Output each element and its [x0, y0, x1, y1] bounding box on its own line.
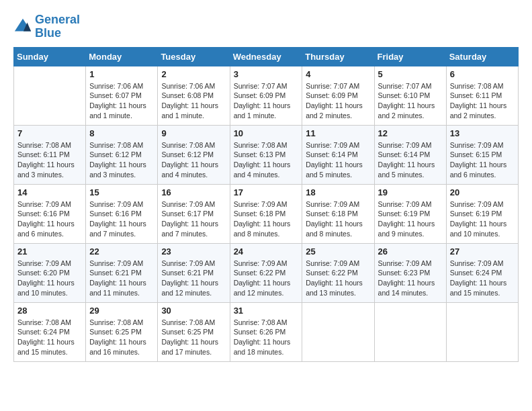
day-info: Sunrise: 7:09 AM Sunset: 6:18 PM Dayligh…	[306, 199, 370, 239]
logo-text: General Blue	[35, 13, 80, 40]
day-number: 2	[161, 69, 226, 79]
calendar-cell: 25Sunrise: 7:09 AM Sunset: 6:22 PM Dayli…	[302, 243, 374, 302]
calendar-cell: 8Sunrise: 7:08 AM Sunset: 6:12 PM Daylig…	[86, 125, 158, 184]
day-number: 5	[378, 69, 443, 79]
calendar-cell: 15Sunrise: 7:09 AM Sunset: 6:16 PM Dayli…	[86, 184, 158, 243]
calendar-cell: 27Sunrise: 7:09 AM Sunset: 6:24 PM Dayli…	[446, 243, 518, 302]
calendar-header-row: SundayMondayTuesdayWednesdayThursdayFrid…	[14, 47, 519, 66]
calendar-cell	[14, 66, 86, 125]
day-info: Sunrise: 7:09 AM Sunset: 6:21 PM Dayligh…	[161, 259, 226, 298]
day-info: Sunrise: 7:06 AM Sunset: 6:07 PM Dayligh…	[89, 81, 154, 121]
day-number: 15	[89, 187, 154, 197]
day-number: 12	[378, 128, 443, 138]
calendar-cell: 30Sunrise: 7:08 AM Sunset: 6:25 PM Dayli…	[158, 302, 230, 361]
day-info: Sunrise: 7:09 AM Sunset: 6:17 PM Dayligh…	[161, 199, 226, 239]
calendar-cell: 31Sunrise: 7:08 AM Sunset: 6:26 PM Dayli…	[230, 302, 302, 361]
calendar-cell: 2Sunrise: 7:06 AM Sunset: 6:08 PM Daylig…	[158, 66, 230, 125]
day-number: 21	[17, 246, 82, 257]
day-number: 8	[89, 128, 154, 138]
weekday-header: Thursday	[302, 47, 374, 66]
day-info: Sunrise: 7:06 AM Sunset: 6:08 PM Dayligh…	[161, 81, 226, 121]
day-info: Sunrise: 7:09 AM Sunset: 6:20 PM Dayligh…	[17, 259, 82, 298]
day-info: Sunrise: 7:08 AM Sunset: 6:11 PM Dayligh…	[450, 81, 515, 121]
calendar-cell: 23Sunrise: 7:09 AM Sunset: 6:21 PM Dayli…	[158, 243, 230, 302]
calendar-cell: 21Sunrise: 7:09 AM Sunset: 6:20 PM Dayli…	[14, 243, 86, 302]
day-info: Sunrise: 7:09 AM Sunset: 6:24 PM Dayligh…	[450, 259, 515, 298]
calendar-cell: 26Sunrise: 7:09 AM Sunset: 6:23 PM Dayli…	[374, 243, 446, 302]
logo-icon	[13, 17, 32, 36]
calendar-cell: 14Sunrise: 7:09 AM Sunset: 6:16 PM Dayli…	[14, 184, 86, 243]
calendar-cell: 5Sunrise: 7:07 AM Sunset: 6:10 PM Daylig…	[374, 66, 446, 125]
calendar-cell: 10Sunrise: 7:08 AM Sunset: 6:13 PM Dayli…	[230, 125, 302, 184]
day-number: 31	[234, 306, 299, 316]
day-number: 3	[234, 69, 299, 79]
day-info: Sunrise: 7:09 AM Sunset: 6:16 PM Dayligh…	[17, 199, 82, 239]
day-info: Sunrise: 7:07 AM Sunset: 6:09 PM Dayligh…	[234, 81, 299, 121]
calendar-week-row: 21Sunrise: 7:09 AM Sunset: 6:20 PM Dayli…	[14, 243, 519, 302]
weekday-header: Monday	[86, 47, 158, 66]
day-number: 10	[234, 128, 299, 138]
day-number: 27	[450, 246, 515, 257]
weekday-header: Friday	[374, 47, 446, 66]
day-number: 28	[17, 306, 82, 316]
day-info: Sunrise: 7:08 AM Sunset: 6:11 PM Dayligh…	[17, 140, 82, 180]
calendar-cell: 1Sunrise: 7:06 AM Sunset: 6:07 PM Daylig…	[86, 66, 158, 125]
page-header: General Blue	[13, 13, 519, 40]
day-info: Sunrise: 7:08 AM Sunset: 6:25 PM Dayligh…	[161, 318, 226, 357]
day-number: 16	[161, 187, 226, 197]
day-info: Sunrise: 7:09 AM Sunset: 6:19 PM Dayligh…	[378, 199, 443, 239]
day-info: Sunrise: 7:09 AM Sunset: 6:19 PM Dayligh…	[450, 199, 515, 239]
weekday-header: Saturday	[446, 47, 518, 66]
day-info: Sunrise: 7:09 AM Sunset: 6:18 PM Dayligh…	[234, 199, 299, 239]
day-number: 14	[17, 187, 82, 197]
day-number: 29	[89, 306, 154, 316]
calendar-week-row: 7Sunrise: 7:08 AM Sunset: 6:11 PM Daylig…	[14, 125, 519, 184]
logo: General Blue	[13, 13, 80, 40]
day-number: 25	[306, 246, 370, 257]
day-number: 19	[378, 187, 443, 197]
day-number: 26	[378, 246, 443, 257]
day-info: Sunrise: 7:09 AM Sunset: 6:23 PM Dayligh…	[378, 259, 443, 298]
day-info: Sunrise: 7:09 AM Sunset: 6:22 PM Dayligh…	[306, 259, 370, 298]
calendar-cell: 4Sunrise: 7:07 AM Sunset: 6:09 PM Daylig…	[302, 66, 374, 125]
day-info: Sunrise: 7:09 AM Sunset: 6:16 PM Dayligh…	[89, 199, 154, 239]
calendar-week-row: 1Sunrise: 7:06 AM Sunset: 6:07 PM Daylig…	[14, 66, 519, 125]
calendar-cell: 29Sunrise: 7:08 AM Sunset: 6:25 PM Dayli…	[86, 302, 158, 361]
calendar-cell: 16Sunrise: 7:09 AM Sunset: 6:17 PM Dayli…	[158, 184, 230, 243]
calendar-cell: 17Sunrise: 7:09 AM Sunset: 6:18 PM Dayli…	[230, 184, 302, 243]
day-number: 18	[306, 187, 370, 197]
day-info: Sunrise: 7:09 AM Sunset: 6:15 PM Dayligh…	[450, 140, 515, 180]
calendar-cell: 20Sunrise: 7:09 AM Sunset: 6:19 PM Dayli…	[446, 184, 518, 243]
day-number: 9	[161, 128, 226, 138]
day-number: 17	[234, 187, 299, 197]
weekday-header: Tuesday	[158, 47, 230, 66]
calendar-week-row: 14Sunrise: 7:09 AM Sunset: 6:16 PM Dayli…	[14, 184, 519, 243]
calendar-cell: 18Sunrise: 7:09 AM Sunset: 6:18 PM Dayli…	[302, 184, 374, 243]
day-info: Sunrise: 7:08 AM Sunset: 6:26 PM Dayligh…	[234, 318, 299, 357]
calendar-cell: 9Sunrise: 7:08 AM Sunset: 6:12 PM Daylig…	[158, 125, 230, 184]
day-number: 1	[89, 69, 154, 79]
day-info: Sunrise: 7:08 AM Sunset: 6:12 PM Dayligh…	[89, 140, 154, 180]
day-info: Sunrise: 7:09 AM Sunset: 6:14 PM Dayligh…	[378, 140, 443, 180]
day-number: 20	[450, 187, 515, 197]
calendar-cell: 12Sunrise: 7:09 AM Sunset: 6:14 PM Dayli…	[374, 125, 446, 184]
calendar-cell: 7Sunrise: 7:08 AM Sunset: 6:11 PM Daylig…	[14, 125, 86, 184]
day-number: 22	[89, 246, 154, 257]
weekday-header: Wednesday	[230, 47, 302, 66]
day-info: Sunrise: 7:08 AM Sunset: 6:24 PM Dayligh…	[17, 318, 82, 357]
day-number: 13	[450, 128, 515, 138]
calendar-cell	[302, 302, 374, 361]
day-info: Sunrise: 7:09 AM Sunset: 6:22 PM Dayligh…	[234, 259, 299, 298]
day-number: 6	[450, 69, 515, 79]
day-info: Sunrise: 7:09 AM Sunset: 6:14 PM Dayligh…	[306, 140, 370, 180]
day-number: 4	[306, 69, 370, 79]
day-number: 11	[306, 128, 370, 138]
day-info: Sunrise: 7:08 AM Sunset: 6:25 PM Dayligh…	[89, 318, 154, 357]
calendar-cell: 6Sunrise: 7:08 AM Sunset: 6:11 PM Daylig…	[446, 66, 518, 125]
calendar-week-row: 28Sunrise: 7:08 AM Sunset: 6:24 PM Dayli…	[14, 302, 519, 361]
calendar-cell: 3Sunrise: 7:07 AM Sunset: 6:09 PM Daylig…	[230, 66, 302, 125]
day-info: Sunrise: 7:08 AM Sunset: 6:12 PM Dayligh…	[161, 140, 226, 180]
day-number: 7	[17, 128, 82, 138]
day-info: Sunrise: 7:07 AM Sunset: 6:09 PM Dayligh…	[306, 81, 370, 121]
calendar-cell	[446, 302, 518, 361]
